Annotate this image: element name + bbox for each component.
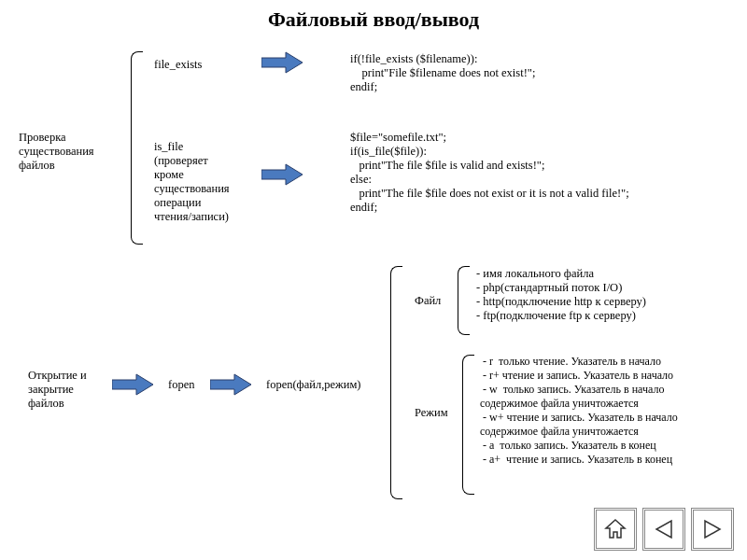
arrow-icon: [210, 373, 251, 396]
svg-marker-5: [656, 521, 671, 538]
triangle-left-icon: [653, 518, 675, 540]
mode-items: - r только чтение. Указатель в начало - …: [480, 355, 678, 467]
section2-label: Открытие и закрытие файлов: [28, 369, 87, 411]
brace-section1: [131, 51, 143, 245]
arrow-icon: [261, 51, 303, 74]
home-button[interactable]: [594, 508, 637, 551]
brace-fopen-args: [390, 266, 402, 499]
section1-label: Проверка существования файлов: [19, 131, 94, 173]
home-icon: [604, 518, 627, 540]
file-label: Файл: [415, 294, 441, 308]
svg-marker-3: [210, 374, 251, 395]
mode-label: Режим: [415, 406, 448, 420]
svg-marker-1: [261, 164, 303, 185]
func-fopen: fopen: [168, 378, 194, 392]
svg-marker-6: [705, 521, 720, 538]
file-items: - имя локального файла - php(стандартный…: [476, 267, 646, 323]
nav-bar: [594, 508, 734, 551]
svg-marker-4: [606, 520, 625, 538]
func-is-file: is_file (проверяет кроме существования о…: [154, 140, 230, 224]
triangle-right-icon: [701, 518, 724, 540]
prev-button[interactable]: [642, 508, 685, 551]
fopen-call: fopen(файл,режим): [266, 378, 361, 392]
code-is-file: $file="somefile.txt"; if(is_file($file))…: [350, 131, 629, 215]
brace-file: [458, 266, 470, 335]
code-file-exists: if(!file_exists ($filename)): print"File…: [350, 52, 535, 94]
svg-marker-0: [261, 52, 303, 73]
next-button[interactable]: [691, 508, 734, 551]
svg-marker-2: [112, 374, 153, 395]
page-title: Файловый ввод/вывод: [0, 7, 747, 32]
func-file-exists: file_exists: [154, 58, 202, 72]
arrow-icon: [112, 373, 153, 396]
brace-mode: [462, 355, 474, 495]
arrow-icon: [261, 163, 303, 186]
